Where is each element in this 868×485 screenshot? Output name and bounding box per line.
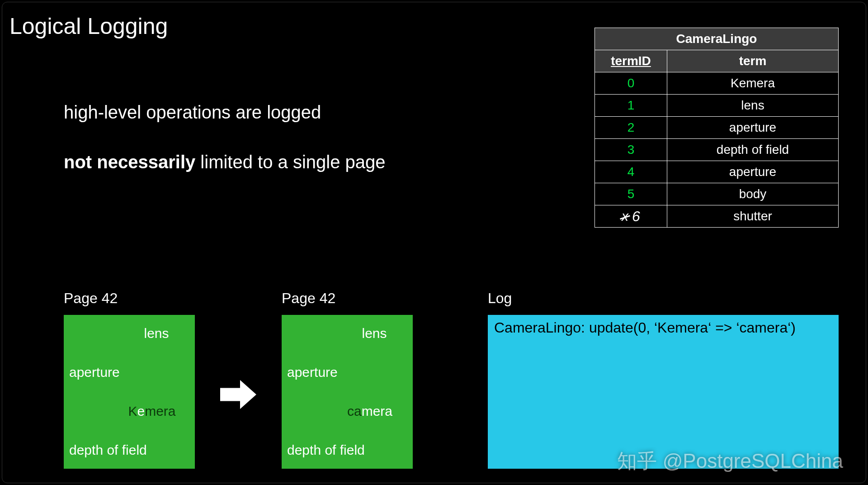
table-row: 1lens [595, 95, 839, 117]
page-item: aperture [69, 365, 189, 380]
desc-line2: not necessarily limited to a single page [64, 150, 386, 174]
table-row: 3depth of field [595, 139, 839, 161]
struck-x: x [622, 209, 628, 224]
log-box: CameraLingo: update(0, ‘Kemera‘ => ‘came… [488, 315, 839, 469]
log-block: Log CameraLingo: update(0, ‘Kemera‘ => ‘… [488, 290, 839, 469]
camera-lingo-table: CameraLingo termID term 0Kemera 1lens 2a… [594, 28, 839, 228]
page-after-label: Page 42 [282, 290, 413, 307]
page-item: depth of field [69, 442, 189, 458]
svg-marker-0 [220, 380, 256, 409]
table-row: 0Kemera [595, 72, 839, 95]
page-item: lens [287, 326, 407, 341]
page-before: Page 42 lens aperture Kemera depth of fi… [64, 290, 195, 469]
struck-id-cell: x 6 [595, 205, 667, 228]
page-before-box: lens aperture Kemera depth of field [64, 315, 195, 469]
bottom-row: Page 42 lens aperture Kemera depth of fi… [64, 290, 839, 469]
page-after: Page 42 lens aperture camera depth of fi… [282, 290, 413, 469]
page-item: lens [69, 326, 189, 341]
desc-line1: high-level operations are logged [64, 100, 386, 124]
log-label: Log [488, 290, 839, 307]
page-after-box: lens aperture camera depth of field [282, 315, 413, 469]
desc-line2-bold: not necessarily [64, 152, 195, 172]
arrow-icon [220, 378, 256, 413]
table-title: CameraLingo [595, 28, 839, 50]
table-row: 5body [595, 183, 839, 205]
log-entry: CameraLingo: update(0, ‘Kemera‘ => ‘came… [494, 319, 832, 336]
table-row: x 6 shutter [595, 205, 839, 228]
handwritten-six: 6 [632, 208, 640, 225]
table-row: 2aperture [595, 117, 839, 139]
page-item: depth of field [287, 442, 407, 458]
col-term: term [667, 50, 839, 72]
table-row: 4aperture [595, 161, 839, 183]
page-item: aperture [287, 365, 407, 380]
page-item-keyword: camera [287, 404, 407, 419]
page-item-keyword: Kemera [69, 404, 189, 419]
description-block: high-level operations are logged not nec… [64, 100, 386, 200]
page-before-label: Page 42 [64, 290, 195, 307]
desc-line2-rest: limited to a single page [195, 152, 385, 172]
col-termid: termID [595, 50, 667, 72]
slide: Logical Logging high-level operations ar… [2, 2, 866, 483]
